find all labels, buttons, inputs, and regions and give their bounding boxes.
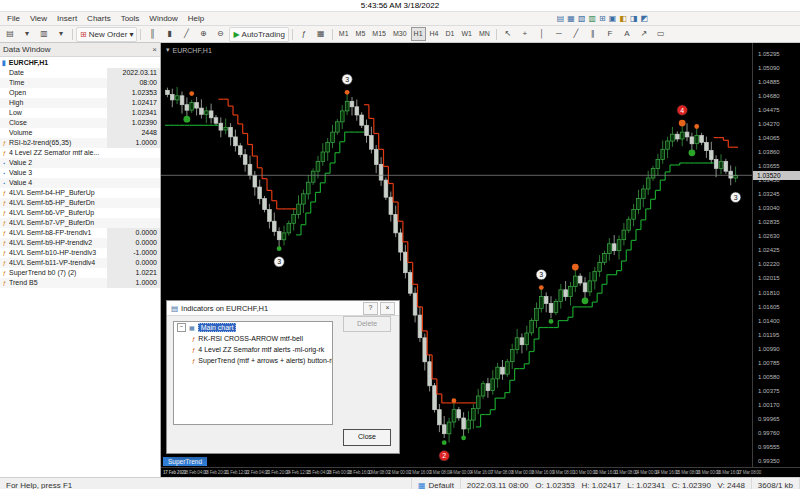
time-axis-label: 7 Mar 08:00 xyxy=(491,470,513,475)
strategy-tester-icon[interactable]: ▣ xyxy=(609,13,617,24)
time-axis[interactable]: 17 Feb 202218 Feb 04:0018 Feb 20:0021 Fe… xyxy=(161,467,800,477)
indicator-tree-item[interactable]: ƒRK-RSI CROSS-ARROW mtf-bell xyxy=(174,333,332,344)
tile-windows-icon[interactable]: ▦ xyxy=(567,13,575,24)
channel-icon[interactable]: ∥ xyxy=(585,27,601,42)
timeframe-h4[interactable]: H4 xyxy=(427,27,442,41)
status-profile[interactable]: ▦ Default xyxy=(412,478,461,489)
supertrend-button[interactable]: SuperTrend xyxy=(163,457,207,466)
menu-help[interactable]: Help xyxy=(183,14,209,23)
data-window-row[interactable]: ƒ4LVL Semf-b9-HP-trendlv20.0000 xyxy=(0,238,160,248)
data-window-panel: Data Window × ▮ EURCHF,H1 Date2022.03.11… xyxy=(0,43,161,477)
timeframe-d1[interactable]: D1 xyxy=(442,27,457,41)
row-name: 4LVL Semf-b11-VP-trendlv4 xyxy=(9,258,107,268)
menu-view[interactable]: View xyxy=(25,14,52,23)
dialog-title-bar[interactable]: ▤ Indicators on EURCHF,H1 ? × xyxy=(167,301,399,316)
data-window-row[interactable]: ƒ4LVL Semf-b6-VP_BuferUp xyxy=(0,208,160,218)
status-chart-size: 3608/1 kb xyxy=(752,478,800,489)
navigator-icon[interactable]: ◨ xyxy=(630,13,638,24)
data-window-symbol-row: ▮ EURCHF,H1 xyxy=(0,57,160,68)
profiles-dropdown-icon[interactable]: ▾ xyxy=(53,27,69,42)
price-axis-label: 1.05090 xyxy=(758,65,780,71)
timeframe-mn[interactable]: MN xyxy=(476,27,493,41)
shapes-icon[interactable]: ▭ xyxy=(653,27,669,42)
menu-charts[interactable]: Charts xyxy=(82,14,116,23)
timeframe-m30[interactable]: M30 xyxy=(390,27,410,41)
terminal-panel-icon[interactable]: ⊞ xyxy=(599,13,606,24)
close-icon[interactable]: × xyxy=(380,302,395,315)
data-window-row[interactable]: ƒ4LVL Semf-b11-VP-trendlv40.0000 xyxy=(0,258,160,268)
vertical-line-icon[interactable]: │ xyxy=(534,27,550,42)
help-icon[interactable]: ? xyxy=(363,302,378,315)
data-window-row[interactable]: Date2022.03.11 xyxy=(0,68,160,78)
close-icon[interactable]: × xyxy=(152,45,157,54)
timeframe-m5[interactable]: M5 xyxy=(353,27,369,41)
data-window-row[interactable]: Low1.02341 xyxy=(0,108,160,118)
data-window-row[interactable]: ƒTrend B51.0000 xyxy=(0,278,160,288)
new-chart-icon[interactable]: ▤ xyxy=(2,27,18,42)
data-window-row[interactable]: ▪Value 3 xyxy=(0,168,160,178)
data-window-row[interactable]: ƒ4LVL Semf-b5-HP_BuferDn xyxy=(0,198,160,208)
indicator-list[interactable]: −▦Main chartƒRK-RSI CROSS-ARROW mtf-bell… xyxy=(173,321,333,425)
chart-window-icon[interactable]: ▤ xyxy=(557,13,565,24)
new-order-button[interactable]: ⊞New Order▾ xyxy=(76,27,137,42)
timeframe-m15[interactable]: M15 xyxy=(369,27,389,41)
delete-button[interactable]: Delete xyxy=(343,316,391,332)
data-window-row[interactable]: ƒ4 Level ZZ Semafor mtf ale... xyxy=(0,148,160,158)
autotrading-button[interactable]: ▶AutoTrading xyxy=(229,27,288,42)
market-watch-icon[interactable]: ◩ xyxy=(640,13,648,24)
menu-items: FileViewInsertChartsToolsWindowHelp xyxy=(2,14,209,23)
zoom-out-icon[interactable]: ⊖ xyxy=(212,27,228,42)
indicators-icon[interactable]: ƒ xyxy=(296,27,312,42)
data-window-row[interactable]: Open1.02353 xyxy=(0,88,160,98)
timeframe-h1[interactable]: H1 xyxy=(411,27,426,41)
indicator-icon: ƒ xyxy=(0,198,9,208)
current-price-tag: 1.03520 xyxy=(753,171,800,180)
data-window-row[interactable]: ƒ4LVL Semf-b10-HP-trendlv3-1.0000 xyxy=(0,248,160,258)
timeframe-w1[interactable]: W1 xyxy=(458,27,475,41)
new-chart-dropdown-icon[interactable]: ▾ xyxy=(19,27,35,42)
bar-chart-icon[interactable]: ║ xyxy=(144,27,160,42)
data-window-row[interactable]: Close1.02390 xyxy=(0,118,160,128)
close-button[interactable]: Close xyxy=(343,429,391,446)
data-window-icon[interactable]: ◧ xyxy=(619,13,627,24)
price-axis[interactable]: 1.052951.050901.048851.046801.044751.042… xyxy=(752,43,800,468)
data-window-row[interactable]: Volume2448 xyxy=(0,128,160,138)
expander-icon[interactable]: − xyxy=(177,323,186,332)
crosshair-icon[interactable]: + xyxy=(517,27,533,42)
menu-window[interactable]: Window xyxy=(144,14,182,23)
price-axis-label: 1.00990 xyxy=(758,346,780,352)
menu-insert[interactable]: Insert xyxy=(52,14,82,23)
data-window-row[interactable]: ▪Value 4 xyxy=(0,178,160,188)
indicator-tree-root[interactable]: −▦Main chart xyxy=(174,322,332,333)
data-window-row[interactable]: High1.02417 xyxy=(0,98,160,108)
indicator-tree-item[interactable]: ƒ4 Level ZZ Semafor mtf alerts -ml-orig-… xyxy=(174,344,332,355)
chart-list-icon[interactable]: ▥ xyxy=(588,13,596,24)
menu-file[interactable]: File xyxy=(2,14,25,23)
trendline-icon[interactable]: ╱ xyxy=(568,27,584,42)
toolbar-separator xyxy=(332,29,333,40)
data-window-row[interactable]: ƒSuperTrend b0 (7) (2)1.0221 xyxy=(0,268,160,278)
data-window-row[interactable]: ƒ4LVL Semf-b7-VP_BuferDn xyxy=(0,218,160,228)
menu-tools[interactable]: Tools xyxy=(116,14,145,23)
data-window-row[interactable]: ƒ4LVL Semf-b4-HP_BuferUp xyxy=(0,188,160,198)
cursor-icon[interactable]: ↖ xyxy=(500,27,516,42)
line-chart-icon[interactable]: ╱ xyxy=(178,27,194,42)
data-window-row[interactable]: ▪Value 2 xyxy=(0,158,160,168)
profiles-icon[interactable]: ▥ xyxy=(36,27,52,42)
row-name: Close xyxy=(9,118,107,128)
horizontal-line-icon[interactable]: ─ xyxy=(551,27,567,42)
cascade-windows-icon[interactable]: ▧ xyxy=(578,13,586,24)
data-window-row[interactable]: ƒ4LVL Semf-b8-FP-trendlv10.0000 xyxy=(0,228,160,238)
data-window-row[interactable]: ƒRSI-b2-trend(65,35)1.0000 xyxy=(0,138,160,148)
indicator-tree-item[interactable]: ƒSuperTrend (mtf + arrows + alerts) butt… xyxy=(174,355,332,366)
candlestick-chart-icon[interactable]: ▮ xyxy=(161,27,177,42)
arrow-tool-icon[interactable]: ↗ xyxy=(636,27,652,42)
time-axis-label: 4 Mar 00:00 xyxy=(450,470,472,475)
templates-icon[interactable]: ▦ xyxy=(313,27,329,42)
text-icon[interactable]: A xyxy=(619,27,635,42)
price-axis-label: 1.00375 xyxy=(758,388,780,394)
zoom-in-icon[interactable]: ⊕ xyxy=(195,27,211,42)
data-window-row[interactable]: Time08:00 xyxy=(0,78,160,88)
timeframe-m1[interactable]: M1 xyxy=(336,27,352,41)
fibonacci-icon[interactable]: F xyxy=(602,27,618,42)
